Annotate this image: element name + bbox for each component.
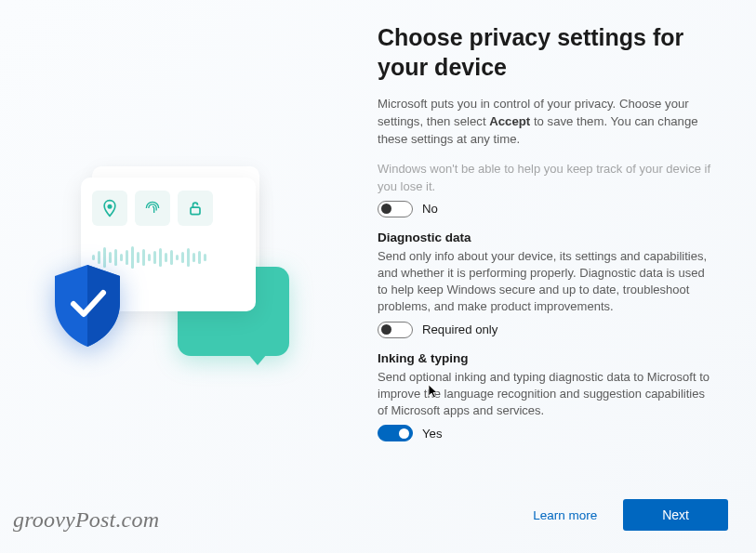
find-device-partial-desc: Windows won't be able to help you keep t… (378, 161, 712, 194)
privacy-illustration (57, 161, 289, 365)
watermark-text: groovyPost.com (13, 507, 159, 533)
learn-more-link[interactable]: Learn more (533, 508, 597, 522)
illustration-pane (0, 0, 346, 553)
inking-state-label: Yes (422, 427, 443, 441)
intro-bold: Accept (489, 114, 530, 128)
shield-check-icon (49, 263, 126, 349)
intro-text: Microsoft puts you in control of your pr… (378, 95, 703, 148)
inking-title: Inking & typing (378, 351, 712, 365)
page-title: Choose privacy settings for your device (378, 22, 712, 82)
diagnostic-desc: Send only info about your device, its se… (378, 248, 712, 316)
settings-pane: Choose privacy settings for your device … (346, 0, 756, 553)
next-button[interactable]: Next (623, 499, 728, 531)
diagnostic-state-label: Required only (422, 323, 497, 336)
location-pin-icon (92, 191, 127, 226)
inking-toggle[interactable] (378, 425, 413, 441)
settings-scroll-area: Windows won't be able to help you keep t… (378, 161, 712, 454)
svg-point-0 (108, 204, 113, 208)
diagnostic-title: Diagnostic data (378, 230, 712, 244)
lock-open-icon (178, 191, 213, 226)
diagnostic-toggle[interactable] (378, 322, 413, 338)
mouse-cursor-icon (428, 384, 439, 399)
svg-rect-1 (191, 207, 200, 215)
fingerprint-icon (135, 191, 170, 226)
find-device-toggle[interactable] (378, 201, 413, 217)
footer-actions: Learn more Next (533, 499, 728, 531)
find-device-state-label: No (422, 202, 438, 216)
